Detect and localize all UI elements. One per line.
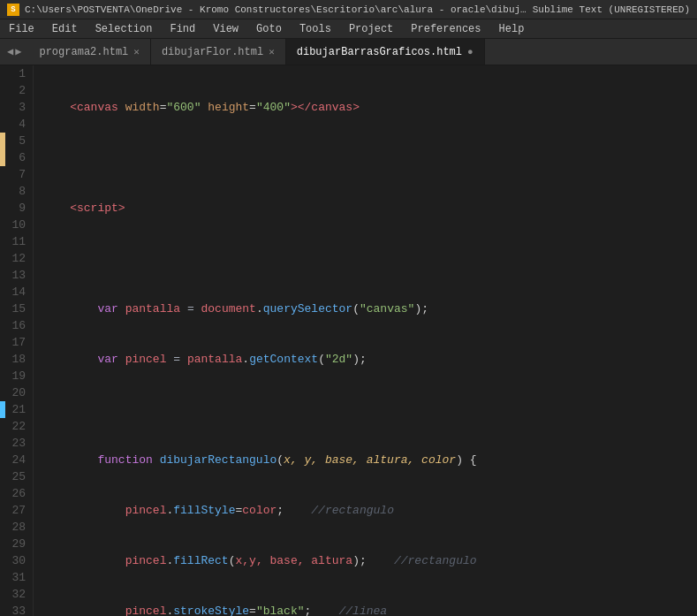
menu-find[interactable]: Find <box>161 21 204 37</box>
tab-close[interactable]: ✕ <box>269 46 275 57</box>
line-num: 14 <box>9 284 26 300</box>
line-num: 21 <box>9 401 26 418</box>
line-numbers: 1 2 3 4 5 6 7 8 9 10 11 12 13 14 15 16 1… <box>5 65 34 616</box>
code-area[interactable]: <canvas width="600" height="400"></canva… <box>34 65 697 616</box>
code-line-2 <box>42 149 697 166</box>
code-line-7 <box>42 401 697 418</box>
tab-label: dibujarBarrasGraficos.html <box>297 46 462 58</box>
line-num: 31 <box>9 569 26 586</box>
editor: 1 2 3 4 5 6 7 8 9 10 11 12 13 14 15 16 1… <box>0 65 697 616</box>
code-line-10: pincel.fillRect(x,y, base, altura); //re… <box>42 552 697 569</box>
line-num: 23 <box>9 435 26 452</box>
app-name: Sublime Text (UNREGISTERED) <box>533 4 690 15</box>
line-num: 3 <box>9 99 26 116</box>
menu-goto[interactable]: Goto <box>247 21 291 37</box>
line-num: 7 <box>9 166 26 183</box>
line-num: 11 <box>9 233 26 250</box>
app-icon: S <box>7 4 19 16</box>
code-line-3: <script> <box>42 200 697 217</box>
code-line-8: function dibujarRectangulo(x, y, base, a… <box>42 452 697 468</box>
line-num: 2 <box>9 82 26 99</box>
code-line-6: var pincel = pantalla.getContext("2d"); <box>42 351 697 368</box>
menu-file[interactable]: File <box>0 21 43 37</box>
line-num: 4 <box>9 116 26 133</box>
menu-bar: File Edit Selection Find View Goto Tools… <box>0 19 697 39</box>
line-num: 12 <box>9 250 26 267</box>
nav-back-icon[interactable]: ◀ <box>7 45 13 58</box>
line-num: 6 <box>9 149 26 166</box>
tab-close[interactable]: ● <box>467 47 474 57</box>
line-num: 10 <box>9 217 26 233</box>
menu-tools[interactable]: Tools <box>291 21 340 37</box>
code-line-9: pincel.fillStyle=color; //rectangulo <box>42 502 697 519</box>
code-line-4 <box>42 250 697 267</box>
line-num: 22 <box>9 418 26 435</box>
line-num: 29 <box>9 536 26 552</box>
line-num: 27 <box>9 502 26 519</box>
tab-label: dibujarFlor.html <box>162 46 263 58</box>
tab-close[interactable]: ✕ <box>133 46 140 57</box>
code-line-1: <canvas width="600" height="400"></canva… <box>42 99 697 116</box>
code-line-11: pincel.strokeStyle="black"; //linea <box>42 603 697 616</box>
tab-dibujarflor[interactable]: dibujarFlor.html ✕ <box>151 39 286 65</box>
line-num: 8 <box>9 183 26 200</box>
line-num: 33 <box>9 603 26 616</box>
line-num: 1 <box>9 65 26 82</box>
menu-selection[interactable]: Selection <box>87 21 162 37</box>
line-num: 15 <box>9 300 26 317</box>
line-num: 19 <box>9 368 26 384</box>
tab-bar: ◀ ▶ programa2.html ✕ dibujarFlor.html ✕ … <box>0 39 697 65</box>
line-num: 30 <box>9 552 26 569</box>
menu-view[interactable]: View <box>204 21 247 37</box>
line-num: 17 <box>9 334 26 351</box>
line-num: 9 <box>9 200 26 217</box>
line-num: 32 <box>9 586 26 603</box>
tab-programa2[interactable]: programa2.html ✕ <box>28 39 150 65</box>
code-line-5: var pantalla = document.querySelector("c… <box>42 300 697 317</box>
line-num: 5 <box>9 133 26 149</box>
line-num: 18 <box>9 351 26 368</box>
line-num: 16 <box>9 317 26 334</box>
title-text: C:\Users\POSTVENTA\OneDrive - Kromo Cons… <box>25 4 527 15</box>
line-num: 25 <box>9 468 26 485</box>
line-num: 20 <box>9 384 26 401</box>
tab-label: programa2.html <box>39 46 128 58</box>
line-num: 28 <box>9 519 26 536</box>
menu-edit[interactable]: Edit <box>43 21 87 37</box>
menu-preferences[interactable]: Preferences <box>402 21 489 37</box>
line-num: 26 <box>9 485 26 502</box>
nav-forward-icon[interactable]: ▶ <box>15 45 21 58</box>
menu-project[interactable]: Project <box>340 21 402 37</box>
title-bar: S C:\Users\POSTVENTA\OneDrive - Kromo Co… <box>0 0 697 19</box>
menu-help[interactable]: Help <box>490 21 534 37</box>
nav-arrows: ◀ ▶ <box>0 39 28 65</box>
line-num: 24 <box>9 452 26 468</box>
tab-dibujarbarras[interactable]: dibujarBarrasGraficos.html ● <box>286 39 485 65</box>
line-num: 13 <box>9 267 26 284</box>
